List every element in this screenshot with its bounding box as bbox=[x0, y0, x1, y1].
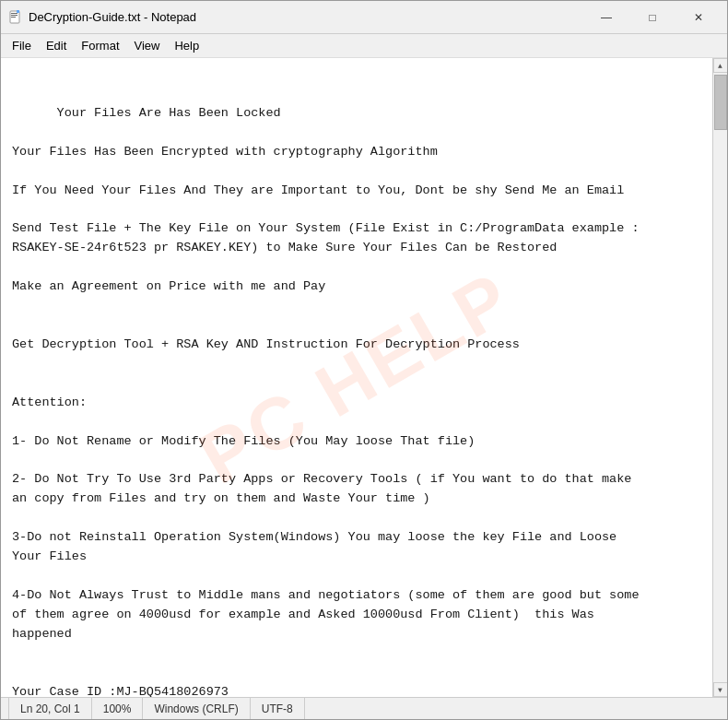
minimize-button[interactable]: — bbox=[585, 5, 628, 30]
content-area: PC HELP Your Files Are Has Been Locked Y… bbox=[1, 58, 727, 697]
title-bar-left: DeCryption-Guide.txt - Notepad bbox=[8, 10, 196, 25]
scroll-thumb[interactable] bbox=[714, 75, 727, 130]
scroll-up-button[interactable]: ▲ bbox=[713, 58, 728, 73]
window-title: DeCryption-Guide.txt - Notepad bbox=[29, 10, 196, 24]
cursor-position: Ln 20, Col 1 bbox=[8, 698, 92, 719]
editor-text: Your Files Are Has Been Locked Your File… bbox=[12, 106, 640, 697]
menu-edit[interactable]: Edit bbox=[39, 36, 74, 56]
notepad-icon bbox=[8, 10, 23, 25]
svg-rect-4 bbox=[17, 10, 19, 13]
window-controls: — □ ✕ bbox=[585, 5, 720, 30]
maximize-button[interactable]: □ bbox=[631, 5, 674, 30]
line-endings: Windows (CRLF) bbox=[143, 698, 250, 719]
encoding: UTF-8 bbox=[251, 698, 305, 719]
zoom-level: 100% bbox=[92, 698, 144, 719]
text-editor[interactable]: PC HELP Your Files Are Has Been Locked Y… bbox=[1, 58, 712, 697]
svg-rect-2 bbox=[11, 15, 18, 16]
svg-rect-3 bbox=[11, 17, 16, 18]
scroll-down-button[interactable]: ▼ bbox=[713, 682, 728, 697]
vertical-scrollbar: ▲ ▼ bbox=[712, 58, 727, 697]
menu-bar: File Edit Format View Help bbox=[1, 34, 727, 58]
title-bar: DeCryption-Guide.txt - Notepad — □ ✕ bbox=[1, 1, 727, 34]
close-button[interactable]: ✕ bbox=[677, 5, 720, 30]
menu-help[interactable]: Help bbox=[167, 36, 206, 56]
menu-file[interactable]: File bbox=[5, 36, 39, 56]
status-bar: Ln 20, Col 1 100% Windows (CRLF) UTF-8 bbox=[1, 697, 727, 719]
svg-rect-1 bbox=[11, 13, 18, 14]
scroll-track[interactable] bbox=[713, 73, 727, 682]
menu-format[interactable]: Format bbox=[74, 36, 126, 56]
notepad-window: DeCryption-Guide.txt - Notepad — □ ✕ Fil… bbox=[0, 0, 728, 720]
menu-view[interactable]: View bbox=[127, 36, 168, 56]
